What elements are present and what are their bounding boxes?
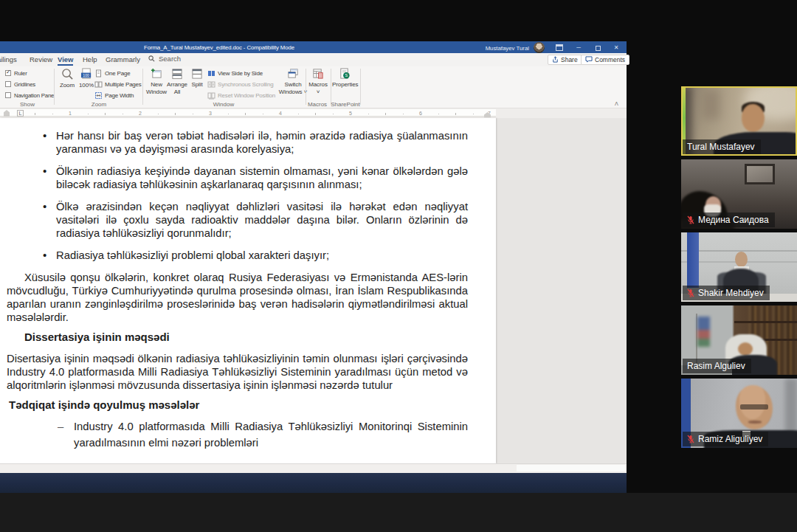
ribbon-display-options-icon[interactable] — [555, 44, 564, 51]
zoom-100-icon: 100 — [80, 68, 93, 80]
participant-name: Медина Саидова — [698, 215, 769, 225]
video-tile-ramiz-aliguliyev[interactable]: Ramiz Aliguliyev — [681, 379, 797, 448]
share-icon — [552, 56, 559, 63]
search-label: Search — [159, 55, 181, 63]
reset-window-position-button: Reset Window Position — [207, 91, 275, 100]
participant-name-label: Shakir Mehdiyev — [683, 286, 770, 300]
paragraph: Disertasiya işinin məqsədi ölkənin radia… — [7, 352, 468, 392]
properties-button-label: Properties — [332, 81, 357, 89]
participant-name-label: Rasim Alguliev — [683, 359, 751, 373]
participant-name-label: Ramiz Aliguliyev — [683, 432, 768, 446]
document-title: Forma_A_Tural Mustafayev_edited.doc - Co… — [144, 44, 294, 51]
video-tile-tural-mustafayev[interactable]: Tural Mustafayev — [681, 86, 797, 156]
one-page-label: One Page — [105, 70, 130, 77]
one-page-button[interactable]: One Page — [94, 69, 130, 77]
zoom-button-label: Zoom — [57, 82, 77, 89]
minimize-icon[interactable]: ─ — [574, 44, 583, 51]
tab-mailings[interactable]: Mailings — [0, 53, 17, 66]
ribbon-tab-row: Mailings Review View Help Grammarly Sear… — [0, 53, 627, 66]
ruler-checkbox-label: Ruler — [14, 70, 27, 77]
taskbar — [0, 473, 627, 493]
bullet-item: Ölkə ərazisindən keçən nəqliyyat dəhlizl… — [7, 200, 468, 240]
bullet-item: Ölkənin radiasiya keşiyində dayanan sist… — [7, 165, 468, 191]
page-width-label: Page Width — [105, 92, 134, 99]
show-group-label: Show — [20, 101, 35, 108]
split-button[interactable]: Split — [189, 68, 205, 89]
split-label: Split — [189, 81, 205, 89]
view-side-by-side-button[interactable]: View Side by Side — [207, 69, 263, 77]
horizontal-scrollbar[interactable] — [517, 465, 625, 471]
properties-button[interactable]: S Properties — [332, 68, 357, 89]
document-area: Hər hansı bir baş verən təbiət hadisələr… — [0, 118, 627, 463]
video-tile-medina-saidova[interactable]: Медина Саидова — [681, 159, 797, 229]
zoom-100-label: 100% — [77, 82, 96, 89]
ribbon: Ruler Gridlines Navigation Pane Show Zoo… — [0, 66, 627, 108]
horizontal-ruler[interactable]: 1 2 3 4 5 6 7 L — [0, 109, 496, 117]
macros-icon — [312, 68, 324, 80]
document-page[interactable]: Hər hansı bir baş verən təbiət hadisələr… — [0, 118, 496, 463]
new-window-label: New Window — [145, 81, 168, 95]
synchronous-scrolling-label: Synchronous Scrolling — [218, 81, 273, 88]
comments-label: Comments — [595, 56, 625, 63]
reset-window-position-icon — [207, 91, 215, 100]
checkbox-icon — [5, 81, 11, 87]
page-width-button[interactable]: Page Width — [94, 91, 134, 100]
navigation-pane-label: Navigation Pane — [14, 92, 54, 99]
heading: Dissertasiya işinin məqsədi — [24, 331, 468, 344]
video-tile-shakir-mehdiyev[interactable]: Shakir Mehdiyev — [681, 232, 797, 302]
new-window-button[interactable]: New Window — [145, 68, 168, 95]
restore-icon[interactable] — [593, 44, 602, 52]
macros-button[interactable]: Macros˅ — [308, 68, 328, 95]
left-indent-marker[interactable] — [4, 110, 10, 117]
navigation-pane-checkbox[interactable]: Navigation Pane — [5, 91, 54, 100]
ruler-number: 5 — [349, 111, 352, 116]
properties-icon: S — [339, 68, 351, 80]
background — [0, 493, 797, 532]
window-group-label: Window — [213, 101, 234, 108]
ruler-checkbox[interactable]: Ruler — [5, 69, 27, 77]
reset-window-position-label: Reset Window Position — [218, 92, 275, 99]
video-tile-rasim-alguliev[interactable]: Rasim Alguliev — [681, 305, 797, 375]
switch-windows-label: Switch Windows ˅ — [277, 81, 309, 95]
checkbox-icon — [5, 92, 11, 98]
sharepoint-group-label: SharePoint — [331, 101, 360, 108]
arrange-all-button[interactable]: Arrange All — [167, 68, 187, 95]
multiple-pages-icon — [94, 80, 103, 89]
svg-text:S: S — [345, 73, 348, 77]
tab-grammarly[interactable]: Grammarly — [106, 53, 140, 66]
synchronous-scrolling-icon — [207, 80, 215, 89]
tab-help[interactable]: Help — [83, 53, 97, 66]
gridlines-checkbox[interactable]: Gridlines — [5, 80, 35, 89]
account-name: Mustafayev Tural — [486, 45, 529, 52]
paragraph: Xüsusilə qonşu ölkələrin, konkret olaraq… — [7, 271, 468, 324]
bullet-item: Hər hansı bir baş verən təbiət hadisələr… — [7, 129, 468, 156]
switch-windows-button[interactable]: Switch Windows ˅ — [277, 68, 309, 95]
one-page-icon — [94, 69, 103, 77]
ruler-number: 3 — [209, 111, 212, 116]
collapse-ribbon-icon[interactable]: ᐱ — [615, 101, 618, 107]
synchronous-scrolling-button: Synchronous Scrolling — [207, 80, 273, 89]
tab-review[interactable]: Review — [30, 53, 52, 66]
ribbon-divider — [360, 69, 361, 105]
word-titlebar: Forma_A_Tural Mustafayev_edited.doc - Co… — [0, 41, 627, 53]
macros-button-label: Macros˅ — [308, 81, 328, 95]
ruler-number: 6 — [419, 111, 422, 116]
muted-mic-icon — [687, 215, 694, 224]
account-avatar[interactable] — [534, 42, 545, 53]
switch-windows-icon — [287, 68, 299, 80]
zoom-button[interactable]: Zoom — [57, 68, 77, 89]
tab-view[interactable]: View — [58, 53, 73, 66]
tab-selector-icon[interactable]: L — [17, 110, 24, 117]
multiple-pages-button[interactable]: Multiple Pages — [94, 80, 142, 89]
close-icon[interactable]: ✕ — [612, 44, 621, 51]
zoom-100-button[interactable]: 100 100% — [77, 68, 96, 89]
participant-name: Rasim Alguliev — [687, 361, 745, 371]
gridlines-checkbox-label: Gridlines — [14, 81, 35, 88]
shared-screen-word-window: Forma_A_Tural Mustafayev_edited.doc - Co… — [0, 41, 627, 493]
search-box[interactable]: Search — [148, 55, 181, 63]
comments-button[interactable]: Comments — [581, 55, 629, 65]
muted-mic-icon — [687, 435, 694, 443]
share-label: Share — [561, 56, 578, 63]
view-side-by-side-icon — [207, 69, 215, 77]
share-button[interactable]: Share — [548, 55, 582, 65]
